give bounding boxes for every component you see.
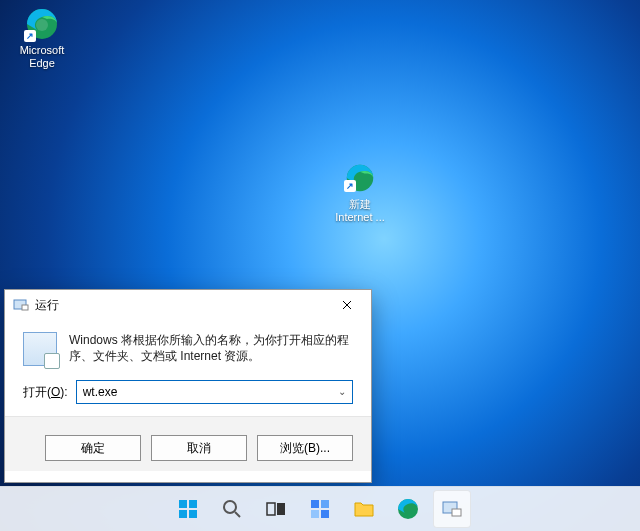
taskbar-explorer[interactable] <box>345 490 383 528</box>
widgets-icon <box>308 497 332 521</box>
dialog-description: Windows 将根据你所输入的名称，为你打开相应的程序、文件夹、文档或 Int… <box>69 332 353 366</box>
desktop[interactable]: ↗ Microsoft Edge ↗ 新建 Internet ... <box>0 0 640 531</box>
desktop-icon-edge[interactable]: ↗ Microsoft Edge <box>6 6 78 70</box>
open-label: 打开(O): <box>23 384 68 401</box>
chevron-down-icon[interactable]: ⌄ <box>335 384 349 398</box>
svg-rect-13 <box>311 500 319 508</box>
open-combobox[interactable]: ⌄ <box>76 380 353 404</box>
svg-point-9 <box>224 501 236 513</box>
taskbar-widgets[interactable] <box>301 490 339 528</box>
svg-rect-12 <box>277 503 285 515</box>
svg-rect-15 <box>311 510 319 518</box>
svg-rect-5 <box>179 500 187 508</box>
task-view-icon <box>264 497 288 521</box>
svg-rect-11 <box>267 503 275 515</box>
svg-rect-19 <box>452 509 461 516</box>
svg-rect-14 <box>321 500 329 508</box>
taskbar-task-view[interactable] <box>257 490 295 528</box>
start-icon <box>176 497 200 521</box>
desktop-icon-label: 新建 Internet ... <box>335 198 385 224</box>
svg-rect-7 <box>179 510 187 518</box>
taskbar-search[interactable] <box>213 490 251 528</box>
dialog-button-row: 确定 取消 浏览(B)... <box>5 416 371 471</box>
close-icon <box>342 300 352 310</box>
svg-rect-6 <box>189 500 197 508</box>
run-icon <box>440 497 464 521</box>
desktop-icon-label: Microsoft Edge <box>20 44 65 70</box>
svg-rect-8 <box>189 510 197 518</box>
dialog-title: 运行 <box>35 297 59 314</box>
svg-line-10 <box>235 512 240 517</box>
run-title-icon <box>13 297 29 313</box>
taskbar <box>0 486 640 531</box>
taskbar-edge[interactable] <box>389 490 427 528</box>
edge-icon <box>396 497 420 521</box>
svg-point-1 <box>36 19 48 31</box>
folder-icon <box>352 497 376 521</box>
desktop-icon-new-internet[interactable]: ↗ 新建 Internet ... <box>324 160 396 224</box>
cancel-button[interactable]: 取消 <box>151 435 247 461</box>
svg-rect-16 <box>321 510 329 518</box>
taskbar-run-app[interactable] <box>433 490 471 528</box>
svg-rect-4 <box>22 305 28 310</box>
open-input[interactable] <box>76 380 353 404</box>
run-body-icon <box>23 332 57 366</box>
shortcut-arrow-icon: ↗ <box>344 180 356 192</box>
taskbar-start[interactable] <box>169 490 207 528</box>
close-button[interactable] <box>325 291 369 319</box>
shortcut-arrow-icon: ↗ <box>24 30 36 42</box>
run-dialog: 运行 Windows 将根据你所输入的名称，为你打开相应的程序、文件夹、文档或 … <box>4 289 372 483</box>
search-icon <box>220 497 244 521</box>
titlebar[interactable]: 运行 <box>5 290 371 320</box>
browse-button[interactable]: 浏览(B)... <box>257 435 353 461</box>
ok-button[interactable]: 确定 <box>45 435 141 461</box>
